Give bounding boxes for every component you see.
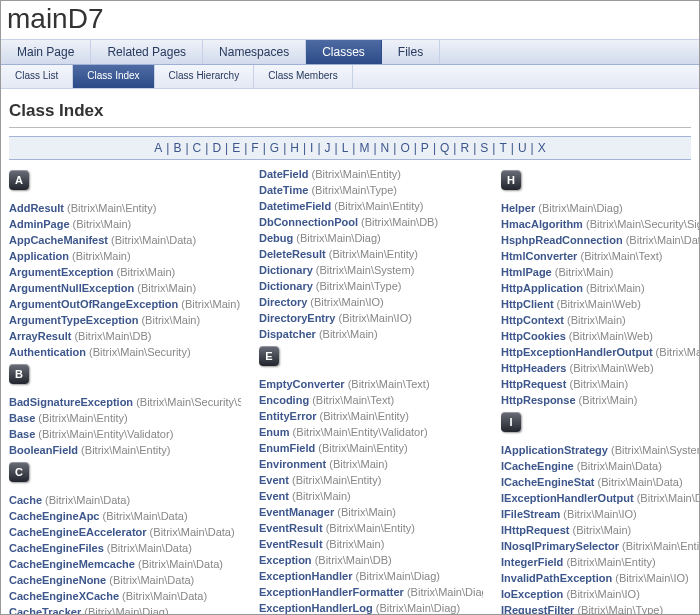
namespace-link[interactable]: Main [104, 218, 128, 230]
namespace-link[interactable]: Main [609, 604, 633, 615]
namespace-link[interactable]: Main [379, 378, 403, 390]
namespace-link[interactable]: Bitrix [111, 542, 135, 554]
tab-classes[interactable]: Classes [306, 40, 382, 64]
namespace-link[interactable]: Bitrix [590, 282, 614, 294]
class-link[interactable]: HttpApplication [501, 282, 583, 294]
subtab-class-members[interactable]: Class Members [254, 65, 352, 88]
namespace-link[interactable]: Bitrix [341, 506, 365, 518]
namespace-link[interactable]: Bitrix [296, 426, 320, 438]
namespace-link[interactable]: IO [368, 296, 380, 308]
namespace-link[interactable]: Bitrix [581, 604, 605, 615]
namespace-link[interactable]: Bitrix [85, 444, 109, 456]
namespace-link[interactable]: IO [621, 508, 633, 520]
class-link[interactable]: HsphpReadConnection [501, 234, 623, 246]
namespace-link[interactable]: Bitrix [320, 264, 344, 276]
namespace-link[interactable]: Main [612, 250, 636, 262]
namespace-link[interactable]: Main [181, 526, 205, 538]
namespace-link[interactable]: Bitrix [570, 588, 594, 600]
namespace-link[interactable]: Main [668, 492, 692, 504]
alpha-link-u[interactable]: U [518, 141, 527, 155]
class-link[interactable]: ExceptionHandlerFormatter [259, 586, 404, 598]
namespace-link[interactable]: Bitrix [558, 266, 582, 278]
namespace-link[interactable]: IO [625, 588, 637, 600]
namespace-link[interactable]: Data [103, 494, 126, 506]
namespace-link[interactable]: Bitrix [626, 540, 650, 552]
class-link[interactable]: Event [259, 474, 289, 486]
namespace-link[interactable]: Main [370, 312, 394, 324]
namespace-link[interactable]: Bitrix [145, 314, 169, 326]
namespace-link[interactable]: Bitrix [351, 378, 375, 390]
namespace-link[interactable]: Bitrix [76, 250, 100, 262]
namespace-link[interactable]: Bitrix [316, 394, 340, 406]
namespace-link[interactable]: Main [153, 590, 177, 602]
namespace-link[interactable]: Main [642, 444, 666, 456]
namespace-link[interactable]: Web [628, 362, 650, 374]
namespace-link[interactable]: Main [647, 572, 671, 584]
namespace-link[interactable]: Main [598, 588, 622, 600]
class-link[interactable]: EntityError [259, 410, 316, 422]
class-link[interactable]: Encoding [259, 394, 309, 406]
namespace-link[interactable]: Main [351, 410, 375, 422]
namespace-link[interactable]: Main [357, 538, 381, 550]
alpha-link-c[interactable]: C [193, 141, 202, 155]
namespace-link[interactable]: Bitrix [115, 234, 139, 246]
namespace-link[interactable]: Text [370, 394, 390, 406]
namespace-link[interactable]: Diag [414, 570, 437, 582]
class-link[interactable]: CacheEngineEAccelerator [9, 526, 147, 538]
namespace-link[interactable]: Entity [370, 168, 398, 180]
namespace-link[interactable]: Main [598, 314, 622, 326]
namespace-link[interactable]: Bitrix [567, 508, 591, 520]
class-link[interactable]: DbConnectionPool [259, 216, 358, 228]
namespace-link[interactable]: Main [346, 554, 370, 566]
class-link[interactable]: HttpCookies [501, 330, 566, 342]
namespace-link[interactable]: Entity [125, 202, 153, 214]
namespace-link[interactable]: Validator [127, 428, 170, 440]
class-link[interactable]: EventResult [259, 538, 323, 550]
alpha-link-g[interactable]: G [270, 141, 279, 155]
namespace-link[interactable]: Bitrix [113, 574, 137, 586]
class-link[interactable]: EmptyConverter [259, 378, 345, 390]
namespace-link[interactable]: Main [343, 168, 367, 180]
namespace-link[interactable]: Main [347, 264, 371, 276]
class-link[interactable]: EventResult [259, 522, 323, 534]
namespace-link[interactable]: System [374, 264, 411, 276]
class-link[interactable]: ArgumentException [9, 266, 114, 278]
namespace-link[interactable]: Bitrix [141, 282, 165, 294]
namespace-link[interactable]: Main [438, 586, 462, 598]
class-link[interactable]: IoException [501, 588, 563, 600]
class-link[interactable]: Authentication [9, 346, 86, 358]
class-link[interactable]: CacheEngineFiles [9, 542, 104, 554]
namespace-link[interactable]: Bitrix [342, 312, 366, 324]
namespace-link[interactable]: Bitrix [93, 346, 117, 358]
namespace-link[interactable]: Main [323, 474, 347, 486]
namespace-link[interactable]: Main [365, 200, 389, 212]
namespace-link[interactable]: Main [598, 556, 622, 568]
namespace-link[interactable]: Sign [687, 218, 700, 230]
namespace-link[interactable]: Entity [384, 522, 412, 534]
namespace-link[interactable]: Web [615, 298, 637, 310]
namespace-link[interactable]: Data [684, 234, 700, 246]
class-link[interactable]: Base [9, 428, 35, 440]
namespace-link[interactable]: Text [639, 250, 659, 262]
namespace-link[interactable]: Bitrix [615, 444, 639, 456]
namespace-link[interactable]: Main [343, 184, 367, 196]
namespace-link[interactable]: Main [687, 346, 700, 358]
class-link[interactable]: AddResult [9, 202, 64, 214]
alpha-link-a[interactable]: A [154, 141, 162, 155]
namespace-link[interactable]: Bitrix [379, 602, 403, 614]
alpha-link-m[interactable]: M [359, 141, 369, 155]
namespace-link[interactable]: Data [635, 460, 658, 472]
namespace-link[interactable]: Bitrix [296, 490, 320, 502]
class-link[interactable]: DirectoryEntry [259, 312, 335, 324]
class-link[interactable]: EnumField [259, 442, 315, 454]
namespace-link[interactable]: Main [98, 202, 122, 214]
class-link[interactable]: INosqlPrimarySelector [501, 540, 619, 552]
namespace-link[interactable]: Main [653, 540, 677, 552]
namespace-link[interactable]: Main [142, 234, 166, 246]
alpha-link-s[interactable]: S [480, 141, 488, 155]
class-link[interactable]: IHttpRequest [501, 524, 569, 536]
namespace-link[interactable]: Main [349, 442, 373, 454]
alpha-link-r[interactable]: R [460, 141, 469, 155]
namespace-link[interactable]: Main [323, 490, 347, 502]
namespace-link[interactable]: Data [656, 476, 679, 488]
